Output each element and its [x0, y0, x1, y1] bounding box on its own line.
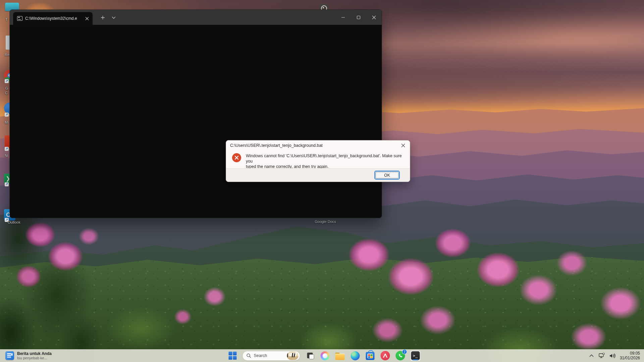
shortcut-arrow-icon: ↗	[5, 147, 9, 151]
desktop-icon-teal-label: T	[5, 17, 8, 22]
dialog-message: Windows cannot find 'C:\Users\USER\.tenj…	[246, 153, 403, 169]
volume-icon[interactable]	[608, 351, 617, 361]
system-tray: 09:05 31/01/2026	[587, 349, 643, 362]
terminal-titlebar[interactable]: C:\Windows\system32\cmd.e	[10, 10, 382, 25]
edge-button[interactable]	[350, 350, 361, 361]
widget-title: Berita untuk Anda	[17, 351, 52, 356]
tray-chevron-up-icon[interactable]	[587, 351, 596, 361]
dialog-titlebar[interactable]: C:\Users\USER\.tenjo\start_tenjo_backgro…	[226, 140, 410, 150]
copilot-icon	[320, 351, 329, 360]
error-icon	[232, 153, 241, 162]
copilot-button[interactable]	[320, 350, 330, 361]
news-icon	[5, 351, 14, 360]
desktop-icon-blue-label: Mi	[5, 120, 9, 125]
clock-date: 31/01/2026	[620, 356, 640, 360]
desktop-icon-red-label: Ni	[5, 154, 8, 158]
minimize-button[interactable]	[335, 10, 351, 25]
maximize-button[interactable]	[351, 10, 366, 25]
error-dialog: C:\Users\USER\.tenjo\start_tenjo_backgro…	[226, 140, 410, 182]
clock-time: 09:05	[620, 351, 640, 356]
taskbar: Berita untuk Anda Isu penyebab ke... Sea…	[0, 349, 644, 362]
start-button[interactable]	[227, 350, 238, 361]
desktop-icon-google-docs-label: Google Docs	[305, 220, 346, 224]
desktop-icon-outlook-label: Outlook	[1, 220, 27, 225]
desktop: T Rec ↗ G C ↗ Mi ↗ Ni ❯ ↗ O ↗ Outlook Go…	[0, 0, 644, 362]
whatsapp-button[interactable]: 7	[395, 350, 406, 361]
folder-icon	[335, 353, 345, 360]
shortcut-arrow-icon: ↗	[5, 182, 9, 186]
network-icon[interactable]	[598, 351, 606, 361]
terminal-tab-title: C:\Windows\system32\cmd.e	[25, 16, 81, 21]
store-bag-icon	[366, 352, 375, 360]
terminal-window: C:\Windows\system32\cmd.e	[9, 9, 382, 218]
red-app-button[interactable]	[380, 350, 391, 361]
widget-subtitle: Isu penyebab ke...	[17, 356, 52, 360]
taskbar-center: Search	[227, 349, 421, 362]
search-icon	[247, 353, 251, 358]
terminal-icon: >_	[411, 351, 420, 360]
window-controls	[335, 10, 382, 25]
tab-dropdown-icon[interactable]	[110, 14, 118, 21]
new-tab-button[interactable]	[98, 14, 107, 21]
file-explorer-button[interactable]	[335, 350, 345, 361]
search-label: Search	[254, 353, 284, 358]
widgets-button[interactable]: Berita untuk Anda Isu penyebab ke...	[3, 350, 54, 361]
desktop-icon-chrome-label-1: G	[5, 86, 8, 90]
terminal-body[interactable]	[10, 25, 382, 218]
dialog-close-icon[interactable]	[400, 142, 407, 149]
shortcut-arrow-icon: ↗	[5, 113, 9, 117]
terminal-tab-cmd[interactable]: C:\Windows\system32\cmd.e	[13, 12, 93, 25]
shortcut-arrow-icon: ↗	[5, 79, 9, 83]
edge-icon	[351, 351, 360, 360]
search-daily-image-zebra[interactable]	[287, 352, 299, 360]
dialog-footer: OK	[226, 168, 410, 182]
terminal-taskbar-button[interactable]: >_	[410, 350, 421, 361]
dialog-content: Windows cannot find 'C:\Users\USER\.tenj…	[226, 150, 410, 169]
close-button[interactable]	[366, 10, 382, 25]
windows-logo-icon	[229, 352, 237, 360]
red-caret-icon	[381, 351, 390, 360]
dialog-title: C:\Users\USER\.tenjo\start_tenjo_backgro…	[230, 143, 323, 148]
desktop-icon-chrome-label-2: C	[5, 91, 8, 95]
whatsapp-badge: 7	[402, 349, 407, 354]
dialog-message-line1: Windows cannot find 'C:\Users\USER\.tenj…	[246, 153, 403, 164]
running-indicator	[413, 359, 418, 360]
clock[interactable]: 09:05 31/01/2026	[619, 351, 643, 360]
cmd-window-icon	[17, 16, 22, 21]
search-box[interactable]: Search	[243, 351, 300, 361]
task-view-button[interactable]	[305, 350, 315, 361]
tab-close-icon[interactable]	[84, 15, 90, 21]
ok-button[interactable]: OK	[375, 171, 399, 179]
microsoft-store-button[interactable]	[365, 350, 376, 361]
